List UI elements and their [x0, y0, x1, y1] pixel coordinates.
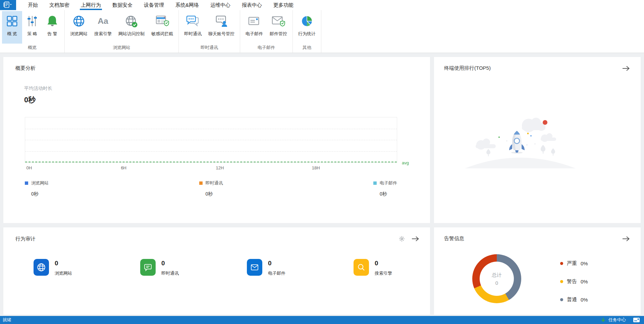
ribbon-item-label: 即时通讯 — [184, 31, 202, 37]
alert-legend-item-normal[interactable]: 普通 0% — [560, 296, 588, 303]
legend-item-im[interactable]: 即时通讯 0秒 — [199, 180, 223, 197]
menu-tab-more[interactable]: 更多功能 — [268, 0, 299, 10]
download-arrow-icon[interactable] — [600, 317, 606, 323]
search-tile-icon — [354, 259, 369, 276]
legend-dot — [560, 262, 563, 265]
ribbon-item-overview[interactable]: 概 览 — [2, 11, 22, 44]
stat-value: 0 — [55, 260, 72, 267]
legend-value: 0秒 — [206, 191, 223, 197]
globe-icon — [72, 14, 85, 28]
ribbon-item-mail-control[interactable]: 邮件管控 — [266, 11, 290, 44]
globe-check-icon — [125, 14, 138, 28]
audit-card-title: 行为审计 — [15, 236, 36, 242]
alert-more-arrow-icon[interactable] — [622, 236, 630, 242]
alert-bell-icon — [46, 14, 59, 28]
avg-activity-duration-label: 平均活动时长 — [24, 86, 430, 92]
stat-search-engine[interactable]: 0 搜索引擎 — [323, 259, 430, 276]
x-tick: 6H — [121, 165, 126, 170]
ribbon-group-label: 即时通讯 — [181, 44, 238, 53]
stat-value: 0 — [268, 260, 285, 267]
stat-email[interactable]: 0 电子邮件 — [217, 259, 323, 276]
ribbon-item-im[interactable]: 即时通讯 — [181, 11, 205, 44]
chat-tile-icon — [140, 259, 156, 276]
menu-tab-report-center[interactable]: 报表中心 — [236, 0, 268, 10]
legend-marker — [25, 181, 28, 185]
legend-value: 0秒 — [380, 191, 397, 197]
ribbon-group-label: 浏览网站 — [67, 44, 176, 53]
menu-tab-ops-center[interactable]: 运维中心 — [205, 0, 236, 10]
audit-stats-row: 0 浏览网站 0 即时通讯 — [3, 259, 430, 276]
menu-tab-internet-behavior[interactable]: 上网行为 — [75, 0, 107, 10]
menu-tab-device-mgmt[interactable]: 设备管理 — [138, 0, 170, 10]
top-menu-bar: 开始 文档加密 上网行为 数据安全 设备管理 系统&网络 运维中心 报表中心 更… — [0, 0, 644, 10]
top5-more-arrow-icon[interactable] — [622, 65, 630, 71]
app-menu-button[interactable] — [0, 0, 16, 10]
stat-value: 0 — [161, 260, 179, 267]
ribbon-item-behavior-stats[interactable]: 行为统计 — [295, 11, 319, 44]
menu-tab-data-security[interactable]: 数据安全 — [107, 0, 138, 10]
ribbon-item-chat-account-control[interactable]: 聊天账号管控 — [205, 11, 238, 44]
chart-gridline — [25, 129, 397, 129]
x-tick: 0H — [26, 165, 32, 170]
ribbon-item-label: 邮件管控 — [270, 31, 287, 37]
avg-reference-line — [25, 162, 397, 162]
ribbon-item-label: 聊天账号管控 — [208, 31, 234, 37]
legend-marker — [373, 181, 377, 185]
ribbon-item-web-access-control[interactable]: 网站访问控制 — [115, 11, 148, 44]
alert-info-card: 告警信息 总计 0 严重 0% 警告 0% — [434, 227, 641, 315]
legend-label: 严重 — [567, 260, 577, 267]
ribbon-group-overview: 概 览 策 略 告 警 概览 — [0, 10, 65, 53]
ribbon-item-label: 策 略 — [27, 31, 37, 37]
ribbon-item-label: 行为统计 — [298, 31, 316, 37]
stat-im[interactable]: 0 即时通讯 — [110, 259, 217, 276]
menu-tab-doc-encrypt[interactable]: 文档加密 — [44, 0, 75, 10]
ribbon-item-label: 告 警 — [47, 31, 57, 37]
menu-tab-system-network[interactable]: 系统&网络 — [170, 0, 205, 10]
mail-icon — [248, 14, 261, 28]
legend-marker — [199, 181, 203, 185]
ribbon-group-label: 电子邮件 — [242, 44, 290, 53]
ribbon-group-label: 其他 — [295, 44, 319, 53]
ribbon-item-label: 概 览 — [7, 31, 17, 37]
stat-value: 0 — [375, 260, 392, 267]
legend-item-browse-web[interactable]: 浏览网站 0秒 — [25, 180, 49, 197]
legend-value: 0秒 — [31, 191, 49, 197]
donut-center-label: 总计 — [492, 272, 502, 278]
ribbon-item-label: 敏感词拦截 — [151, 31, 173, 37]
chart-legend: 浏览网站 0秒 即时通讯 0秒 电子邮件 0秒 — [25, 180, 397, 197]
mail-tile-icon — [247, 259, 262, 276]
ribbon-item-sensitive-word-block[interactable]: 敏感词拦截 — [148, 11, 176, 44]
ribbon-item-alert[interactable]: 告 警 — [42, 11, 62, 44]
ribbon-item-label: 搜索引擎 — [94, 31, 112, 37]
stat-browse-web[interactable]: 0 浏览网站 — [3, 259, 110, 276]
ribbon-item-browse-web[interactable]: 浏览网站 — [67, 11, 91, 44]
task-center-button[interactable]: 任务中心 — [608, 317, 626, 323]
legend-label: 普通 — [567, 296, 577, 303]
ribbon-item-email[interactable]: 电子邮件 — [242, 11, 266, 44]
activity-line-chart: avg — [25, 117, 397, 163]
ribbon-group-im: 即时通讯 聊天账号管控 即时通讯 — [179, 10, 240, 53]
alert-legend-item-warning[interactable]: 警告 0% — [560, 278, 588, 285]
alert-card-title: 告警信息 — [444, 235, 464, 242]
chat-bubbles-icon — [186, 14, 200, 28]
legend-item-email[interactable]: 电子邮件 0秒 — [373, 180, 397, 197]
menu-tabs: 开始 文档加密 上网行为 数据安全 设备管理 系统&网络 运维中心 报表中心 更… — [22, 0, 299, 10]
alert-legend-item-critical[interactable]: 严重 0% — [560, 260, 588, 267]
status-ready-text: 就绪 — [3, 317, 11, 323]
audit-more-arrow-icon[interactable] — [411, 236, 419, 242]
audit-settings-gear-icon[interactable] — [398, 235, 405, 242]
legend-dot — [560, 298, 563, 301]
behavior-stats-icon — [301, 14, 313, 28]
ribbon-item-label: 网站访问控制 — [118, 31, 145, 37]
menu-tab-start[interactable]: 开始 — [22, 0, 44, 10]
search-engine-aa-icon: Aa — [96, 14, 110, 28]
legend-label: 电子邮件 — [380, 180, 397, 186]
x-tick: 18H — [312, 165, 320, 170]
chat-user-icon — [214, 14, 228, 28]
ribbon-toolbar: 概 览 策 略 告 警 概览 — [0, 10, 644, 53]
ribbon-item-search-engine[interactable]: Aa 搜索引擎 — [91, 11, 115, 44]
summary-card-title: 概要分析 — [15, 65, 36, 71]
message-panel-icon[interactable] — [633, 317, 640, 323]
chart-gridline — [25, 140, 397, 140]
ribbon-item-policy[interactable]: 策 略 — [22, 11, 42, 44]
